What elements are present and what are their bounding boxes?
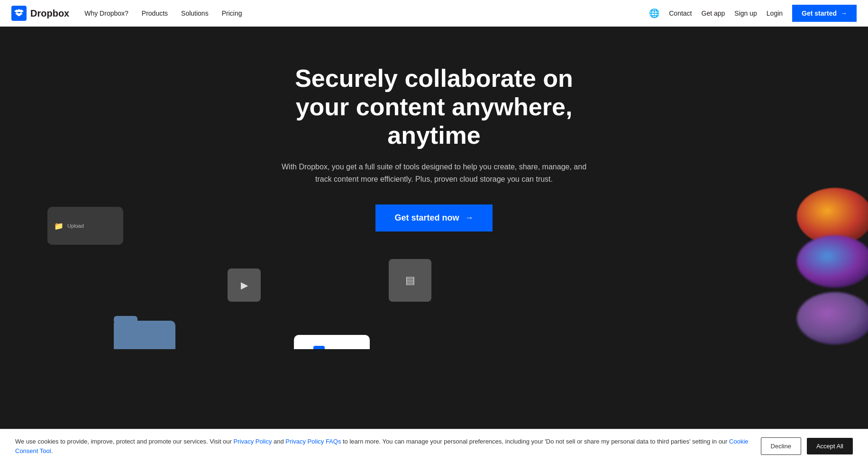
- orb-blue: [797, 235, 868, 287]
- cookie-privacy-policy-link[interactable]: Privacy Policy: [234, 438, 272, 445]
- float-dropbox-card: Dropbox: [294, 335, 370, 349]
- nav-contact[interactable]: Contact: [669, 9, 692, 17]
- cookie-text-after: to learn more. You can manage your perso…: [341, 438, 729, 445]
- nav-link-products[interactable]: Products: [142, 9, 168, 17]
- float-video-card: ▶: [228, 269, 261, 302]
- orb-decorations: [773, 188, 868, 349]
- cookie-text: We use cookies to provide, improve, prot…: [15, 437, 751, 455]
- nav-cta-arrow: →: [841, 9, 847, 17]
- cookie-banner: We use cookies to provide, improve, prot…: [0, 429, 868, 463]
- orb-purple: [797, 292, 868, 344]
- nav-get-started-button[interactable]: Get started →: [792, 5, 857, 22]
- cookie-decline-button[interactable]: Decline: [761, 437, 801, 455]
- cookie-text-before: We use cookies to provide, improve, prot…: [15, 438, 234, 445]
- dropbox-small-logo: [313, 346, 325, 349]
- hero-cta-label: Get started now: [394, 213, 459, 223]
- nav-sign-up[interactable]: Sign up: [734, 9, 757, 17]
- nav-cta-label: Get started: [802, 9, 837, 17]
- hero-title: Securely collaborate on your content any…: [268, 65, 600, 149]
- cookie-text-end: .: [51, 447, 53, 454]
- cookie-privacy-faqs-link[interactable]: Privacy Policy FAQs: [285, 438, 341, 445]
- dropbox-small-label: Dropbox: [329, 349, 350, 349]
- orb-orange: [797, 188, 868, 245]
- navbar: Dropbox Why Dropbox? Products Solutions …: [0, 0, 868, 27]
- cookie-buttons: Decline Accept All: [761, 437, 853, 455]
- dropbox-logo-icon: [11, 6, 27, 21]
- hero-subtitle: With Dropbox, you get a full suite of to…: [280, 161, 588, 185]
- doc-icon: ▤: [405, 274, 415, 287]
- nav-right: 🌐 Contact Get app Sign up Login Get star…: [649, 5, 857, 22]
- nav-login[interactable]: Login: [767, 9, 783, 17]
- upload-icon: 📁: [54, 222, 64, 231]
- upload-label: Upload: [67, 223, 84, 229]
- nav-logo[interactable]: Dropbox: [11, 6, 69, 21]
- logo-text: Dropbox: [30, 8, 69, 19]
- hero-cta-button[interactable]: Get started now →: [375, 204, 492, 232]
- nav-link-pricing[interactable]: Pricing: [222, 9, 242, 17]
- cookie-accept-button[interactable]: Accept All: [807, 438, 853, 454]
- float-folder-card: [114, 321, 175, 349]
- nav-link-why-dropbox[interactable]: Why Dropbox?: [84, 9, 128, 17]
- hero-section: Securely collaborate on your content any…: [0, 27, 868, 349]
- nav-link-solutions[interactable]: Solutions: [181, 9, 209, 17]
- play-icon: ▶: [241, 279, 248, 291]
- float-upload-card: 📁 Upload: [47, 207, 123, 245]
- hero-cta-arrow: →: [465, 213, 474, 223]
- nav-get-app[interactable]: Get app: [702, 9, 725, 17]
- globe-icon[interactable]: 🌐: [649, 8, 659, 19]
- cookie-text-middle1: and: [272, 438, 285, 445]
- float-doc-card: ▤: [389, 259, 431, 302]
- nav-links: Why Dropbox? Products Solutions Pricing: [84, 9, 649, 17]
